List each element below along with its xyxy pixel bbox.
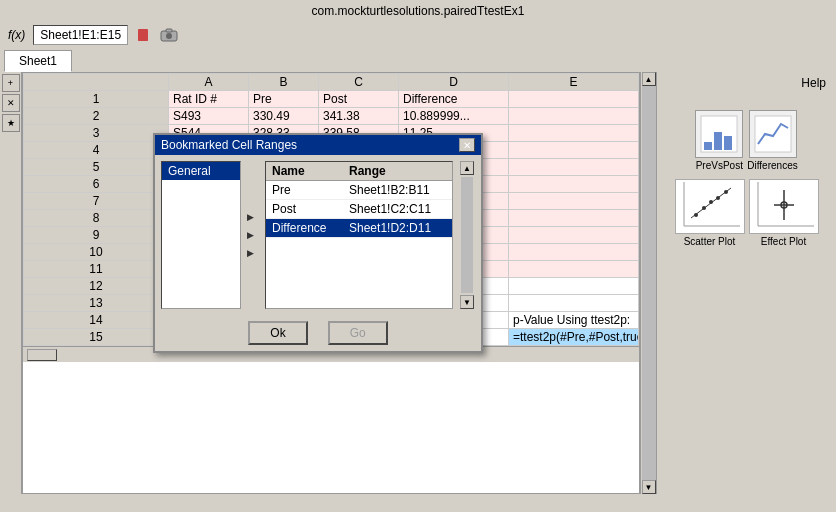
add-row-btn[interactable]: + bbox=[2, 74, 20, 92]
svg-rect-10 bbox=[676, 180, 744, 233]
dialog-row-range-0[interactable]: Sheet1!B2:B11 bbox=[343, 181, 452, 200]
row-num-15: 15 bbox=[24, 329, 169, 346]
cell-1-b[interactable]: Pre bbox=[249, 91, 319, 108]
camera-icon[interactable] bbox=[158, 24, 180, 46]
dialog-scroll-track bbox=[461, 177, 473, 293]
top-icons-row: PreVsPost Differences bbox=[661, 110, 832, 171]
dialog-footer: Ok Go bbox=[155, 315, 481, 351]
row-num-13: 13 bbox=[24, 295, 169, 312]
h-scroll-thumb[interactable] bbox=[27, 349, 57, 361]
cell-12-e[interactable] bbox=[509, 278, 639, 295]
cell-1-a[interactable]: Rat ID # bbox=[169, 91, 249, 108]
dialog-scrollbar: ▲ ▼ bbox=[459, 161, 475, 309]
differences-box bbox=[749, 110, 797, 158]
cell-13-e[interactable] bbox=[509, 295, 639, 312]
prevs-post-icon[interactable]: PreVsPost bbox=[695, 110, 743, 171]
cell-2-a[interactable]: S493 bbox=[169, 108, 249, 125]
scatter-plot-thumb bbox=[675, 179, 745, 234]
dialog-ok-btn[interactable]: Ok bbox=[248, 321, 307, 345]
fx-label: f(x) bbox=[4, 28, 29, 42]
scatter-plot-icon[interactable]: Scatter Plot bbox=[675, 179, 745, 247]
bookmarked-ranges-dialog[interactable]: Bookmarked Cell Ranges ✕ General ▶ ▶ ▶ bbox=[153, 133, 483, 353]
cell-2-c[interactable]: 341.38 bbox=[319, 108, 399, 125]
dialog-row-name-0[interactable]: Pre bbox=[266, 181, 343, 200]
scroll-down-btn[interactable]: ▼ bbox=[642, 480, 656, 494]
dialog-row-name-1[interactable]: Post bbox=[266, 200, 343, 219]
tab-sheet1[interactable]: Sheet1 bbox=[4, 50, 72, 72]
row-num-12: 12 bbox=[24, 278, 169, 295]
app-title: com.mockturtlesolutions.pairedTtestEx1 bbox=[312, 4, 525, 18]
dialog-close-btn[interactable]: ✕ bbox=[459, 138, 475, 152]
dialog-body: General ▶ ▶ ▶ Name bbox=[155, 155, 481, 315]
svg-rect-8 bbox=[724, 136, 732, 150]
dialog-list-item-general[interactable]: General bbox=[162, 162, 240, 180]
dialog-table: Name Range PreSheet1!B2:B11PostSheet1!C2… bbox=[266, 162, 452, 238]
svg-rect-6 bbox=[704, 142, 712, 150]
svg-rect-9 bbox=[755, 116, 791, 152]
row-num-9: 9 bbox=[24, 227, 169, 244]
spreadsheet: A B C D E 1Rat ID #PrePostDifference2S49… bbox=[22, 72, 640, 494]
cell-14-e[interactable]: p-Value Using ttest2p: bbox=[509, 312, 639, 329]
row-num-5: 5 bbox=[24, 159, 169, 176]
effect-plot-label: Effect Plot bbox=[761, 236, 806, 247]
dialog-row-range-1[interactable]: Sheet1!C2:C11 bbox=[343, 200, 452, 219]
col-header-empty bbox=[24, 74, 169, 91]
differences-label: Differences bbox=[747, 160, 797, 171]
side-toolbar: + ✕ ★ bbox=[0, 72, 22, 494]
main-area: + ✕ ★ A B C D E 1Rat ID #PrePostDifferen… bbox=[0, 72, 836, 494]
svg-point-3 bbox=[166, 33, 172, 39]
bookmark-icon[interactable] bbox=[132, 24, 154, 46]
dialog-scroll-down[interactable]: ▼ bbox=[460, 295, 474, 309]
cell-10-e[interactable] bbox=[509, 244, 639, 261]
delete-row-btn[interactable]: ✕ bbox=[2, 94, 20, 112]
tab-bar: Sheet1 bbox=[0, 48, 836, 72]
dialog-row-range-2[interactable]: Sheet1!D2:D11 bbox=[343, 219, 452, 238]
cell-1-c[interactable]: Post bbox=[319, 91, 399, 108]
cell-4-e[interactable] bbox=[509, 142, 639, 159]
row-num-2: 2 bbox=[24, 108, 169, 125]
row-num-14: 14 bbox=[24, 312, 169, 329]
effect-plot-thumb bbox=[749, 179, 819, 234]
dialog-row-name-2[interactable]: Difference bbox=[266, 219, 343, 238]
row-num-4: 4 bbox=[24, 142, 169, 159]
dialog-go-btn[interactable]: Go bbox=[328, 321, 388, 345]
dialog-left-list[interactable]: General bbox=[161, 161, 241, 309]
svg-rect-7 bbox=[714, 132, 722, 150]
cell-3-e[interactable] bbox=[509, 125, 639, 142]
cell-9-e[interactable] bbox=[509, 227, 639, 244]
col-header-c[interactable]: C bbox=[319, 74, 399, 91]
differences-icon[interactable]: Differences bbox=[747, 110, 797, 171]
row-num-10: 10 bbox=[24, 244, 169, 261]
chart-icons-row: Scatter Plot Effect Plot bbox=[661, 179, 832, 247]
formula-bar: f(x) Sheet1!E1:E15 bbox=[0, 22, 836, 48]
cell-1-d[interactable]: Difference bbox=[399, 91, 509, 108]
prevs-post-label: PreVsPost bbox=[696, 160, 743, 171]
cell-5-e[interactable] bbox=[509, 159, 639, 176]
col-header-b[interactable]: B bbox=[249, 74, 319, 91]
dialog-title: Bookmarked Cell Ranges bbox=[161, 138, 297, 152]
dialog-col-name: Name bbox=[266, 162, 343, 181]
cell-6-e[interactable] bbox=[509, 176, 639, 193]
cell-7-e[interactable] bbox=[509, 193, 639, 210]
cell-8-e[interactable] bbox=[509, 210, 639, 227]
row-num-8: 8 bbox=[24, 210, 169, 227]
cell-ref-box[interactable]: Sheet1!E1:E15 bbox=[33, 25, 128, 45]
row-num-6: 6 bbox=[24, 176, 169, 193]
scatter-plot-label: Scatter Plot bbox=[684, 236, 736, 247]
cell-2-d[interactable]: 10.889999... bbox=[399, 108, 509, 125]
col-header-d[interactable]: D bbox=[399, 74, 509, 91]
col-header-e[interactable]: E bbox=[509, 74, 639, 91]
cell-2-b[interactable]: 330.49 bbox=[249, 108, 319, 125]
cell-1-e[interactable] bbox=[509, 91, 639, 108]
cell-11-e[interactable] bbox=[509, 261, 639, 278]
star-btn[interactable]: ★ bbox=[2, 114, 20, 132]
cell-2-e[interactable] bbox=[509, 108, 639, 125]
col-header-a[interactable]: A bbox=[169, 74, 249, 91]
row-num-11: 11 bbox=[24, 261, 169, 278]
help-label[interactable]: Help bbox=[801, 76, 826, 90]
dialog-scroll-up[interactable]: ▲ bbox=[460, 161, 474, 175]
effect-plot-icon[interactable]: Effect Plot bbox=[749, 179, 819, 247]
cell-15-e[interactable]: =ttest2p(#Pre,#Post,true bbox=[509, 329, 639, 346]
scroll-up-btn[interactable]: ▲ bbox=[642, 72, 656, 86]
dialog-title-bar: Bookmarked Cell Ranges ✕ bbox=[155, 135, 481, 155]
